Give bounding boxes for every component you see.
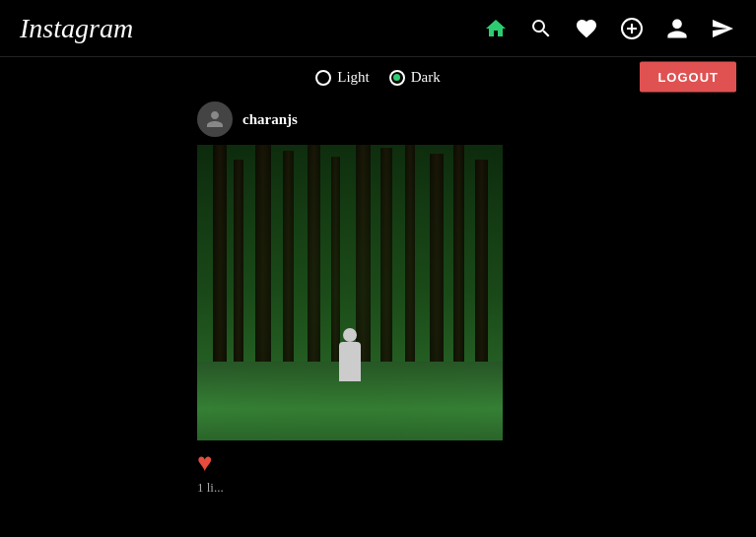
dark-label: Dark: [411, 69, 441, 86]
light-label: Light: [337, 69, 370, 86]
theme-row: Light Dark LOGOUT: [0, 57, 756, 96]
like-section: ♥: [197, 448, 756, 478]
dark-radio[interactable]: [389, 70, 405, 86]
moss-overlay: [197, 145, 503, 440]
search-icon[interactable]: [527, 15, 555, 42]
likes-text: 1 li...: [197, 480, 224, 495]
home-icon[interactable]: [482, 15, 510, 42]
theme-dark-option[interactable]: Dark: [389, 69, 441, 86]
direct-message-icon[interactable]: [709, 15, 736, 42]
post-username: charanjs: [242, 111, 298, 128]
avatar: [197, 101, 233, 137]
post-header: charanjs: [197, 101, 756, 137]
profile-icon[interactable]: [663, 15, 691, 42]
dark-radio-selected: [393, 74, 400, 81]
forest-figure: [339, 342, 361, 381]
feed: charanjs ♥ 1 li...: [0, 96, 756, 496]
theme-light-option[interactable]: Light: [315, 69, 370, 86]
post-image: [197, 145, 503, 440]
add-post-icon[interactable]: [618, 15, 646, 42]
navbar: Instagram: [0, 0, 756, 57]
likes-count: 1 li...: [197, 478, 756, 496]
app-brand: Instagram: [20, 13, 133, 44]
heart-nav-icon[interactable]: [573, 15, 600, 42]
light-radio[interactable]: [315, 70, 331, 86]
logout-button[interactable]: LOGOUT: [640, 61, 736, 92]
nav-icons: [482, 15, 736, 42]
like-button[interactable]: ♥: [197, 448, 212, 478]
